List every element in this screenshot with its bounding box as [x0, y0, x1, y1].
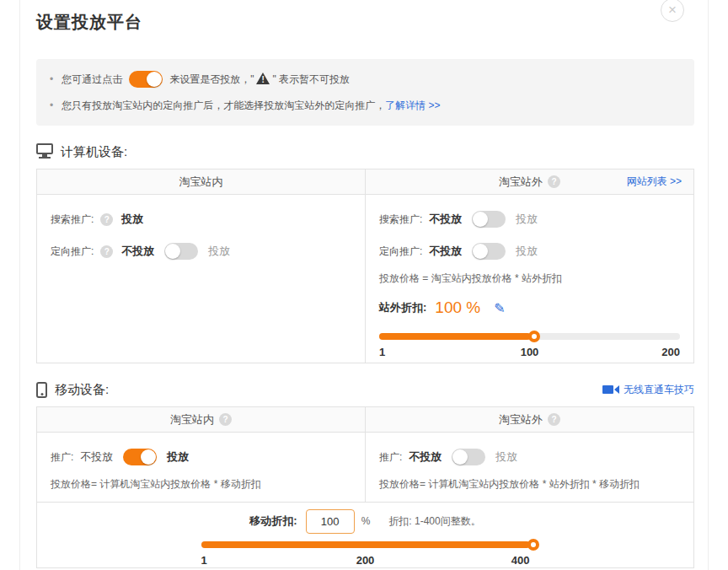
mobile-onsite-header-label: 淘宝站内: [170, 412, 214, 428]
mobile-table-body: 推广: 不投放 投放 投放价格= 计算机淘宝站内投放价格 * 移动折扣 推广: …: [37, 433, 693, 502]
targeted-off-label: 不投放: [121, 244, 154, 259]
slider-max-label: 200: [661, 346, 680, 358]
notice2-text: 您只有投放淘宝站内的定向推广后，才能选择投放淘宝站外的定向推广，: [62, 99, 385, 113]
question-icon[interactable]: ?: [548, 413, 560, 426]
search-promo-label: 搜索推广:: [51, 212, 94, 227]
offsite-slider-labels: 1 100 200: [379, 346, 680, 359]
promo-off-label: 不投放: [80, 449, 113, 465]
site-list-link[interactable]: 网站列表 >>: [627, 175, 682, 189]
mobile-section-title: 移动设备:: [55, 382, 109, 398]
promo-off-label: 不投放: [409, 449, 442, 465]
video-camera-icon: [602, 385, 619, 394]
computer-onsite-targeted-toggle[interactable]: [164, 243, 198, 260]
notice1-text-mid: 来设置是否投放，": [169, 73, 254, 87]
search-on-label: 投放: [516, 212, 538, 227]
slider-thumb[interactable]: [527, 539, 539, 551]
notice-bullet-2: 您只有投放淘宝站内的定向推广后，才能选择投放淘宝站外的定向推广， 了解详情 >>: [50, 94, 681, 116]
monitor-icon: [36, 143, 53, 154]
computer-section-heading: 计算机设备:: [36, 142, 694, 162]
slider-mid-label: 200: [356, 554, 375, 567]
mobile-onsite-promo-toggle[interactable]: [123, 449, 157, 465]
slider-max-label: 400: [511, 554, 530, 567]
mobile-offsite-promo-row: 推广: 不投放 投放: [379, 441, 680, 473]
targeted-promo-label: 定向推广:: [379, 245, 422, 259]
offsite-price-formula: 投放价格 = 淘宝站内投放价格 * 站外折扣: [379, 271, 680, 286]
notice-box: 您可通过点击 来设置是否投放，" " 表示暂不可投放 您只有投放淘宝站内的定向推…: [36, 59, 694, 126]
mobile-table: 淘宝站内 ? 淘宝站外 ? 推广: 不投放 投放 投放价格= 计算机淘宝站内投放…: [36, 406, 694, 568]
slider-fill: [201, 541, 530, 548]
computer-table-header: 淘宝站内 淘宝站外 ? 网站列表 >>: [37, 169, 693, 195]
computer-onsite-header: 淘宝站内: [37, 169, 365, 194]
mobile-discount-input[interactable]: [306, 509, 355, 534]
computer-table: 淘宝站内 淘宝站外 ? 网站列表 >> 搜索推广: ? 投放 定向推广: ? 不…: [36, 169, 694, 363]
mobile-discount-hint: 折扣: 1-400间整数。: [388, 514, 480, 529]
notice1-text-post: " 表示暂不可投放: [272, 73, 350, 87]
mobile-discount-slider[interactable]: [201, 541, 530, 548]
computer-offsite-search-toggle[interactable]: [472, 211, 506, 228]
offsite-discount-slider[interactable]: [379, 333, 680, 340]
question-icon[interactable]: ?: [100, 213, 113, 226]
edit-pencil-icon[interactable]: ✎: [494, 300, 505, 316]
mobile-onsite-price-formula: 投放价格= 计算机淘宝站内投放价格 * 移动折扣: [51, 476, 351, 492]
promo-on-label: 投放: [167, 449, 189, 465]
mobile-section-heading: 移动设备: 无线直通车技巧: [36, 379, 694, 400]
search-promo-label: 搜索推广:: [379, 212, 422, 227]
mobile-onsite-header: 淘宝站内 ?: [37, 407, 365, 432]
targeted-promo-label: 定向推广:: [51, 245, 94, 259]
computer-onsite-header-label: 淘宝站内: [179, 175, 223, 190]
smartphone-icon: [36, 382, 47, 398]
slider-mid-label: 100: [521, 346, 539, 358]
warning-triangle-icon: [256, 73, 270, 84]
offsite-discount-row: 站外折扣: 100 % ✎: [379, 296, 680, 320]
question-icon[interactable]: ?: [219, 413, 232, 426]
set-platform-dialog: 设置投放平台 × 您可通过点击 来设置是否投放，" " 表示暂不可投放 您只有投…: [19, 0, 709, 570]
mobile-discount-line: 移动折扣: % 折扣: 1-400间整数。: [51, 508, 680, 534]
notice1-text-pre: 您可通过点击: [62, 73, 122, 87]
offsite-discount-label: 站外折扣:: [379, 300, 426, 315]
question-icon[interactable]: ?: [548, 175, 560, 188]
question-icon[interactable]: ?: [100, 245, 113, 258]
computer-onsite-targeted-row: 定向推广: ? 不投放 投放: [51, 235, 351, 267]
targeted-on-label: 投放: [516, 244, 538, 259]
mobile-offsite-cell: 推广: 不投放 投放 投放价格= 计算机淘宝站内投放价格 * 站外折扣 * 移动…: [365, 433, 693, 502]
offsite-discount-value: 100 %: [435, 298, 480, 317]
computer-offsite-header-label: 淘宝站外: [499, 175, 543, 190]
computer-section-title: 计算机设备:: [61, 144, 127, 160]
promo-label: 推广:: [379, 450, 402, 465]
targeted-off-label: 不投放: [429, 244, 462, 259]
computer-onsite-cell: 搜索推广: ? 投放 定向推广: ? 不投放 投放: [37, 195, 365, 363]
page-title: 设置投放平台: [36, 11, 694, 34]
computer-onsite-search-row: 搜索推广: ? 投放: [51, 203, 351, 235]
computer-offsite-header: 淘宝站外 ? 网站列表 >>: [365, 169, 693, 194]
learn-more-link[interactable]: 了解详情 >>: [385, 99, 440, 113]
slider-min-label: 1: [201, 554, 207, 567]
toggle-example-icon: [129, 71, 163, 88]
notice-bullet-1: 您可通过点击 来设置是否投放，" " 表示暂不可投放: [50, 68, 681, 90]
mobile-offsite-promo-toggle[interactable]: [452, 449, 485, 465]
computer-offsite-targeted-toggle[interactable]: [472, 243, 506, 260]
mobile-discount-label: 移动折扣:: [249, 514, 297, 529]
mobile-slider-labels: 1 200 400: [201, 554, 530, 567]
computer-table-body: 搜索推广: ? 投放 定向推广: ? 不投放 投放 搜索推广: 不投放 投: [37, 195, 693, 363]
mobile-table-header: 淘宝站内 ? 淘宝站外 ?: [37, 407, 693, 433]
mobile-slider-wrap: 1 200 400: [201, 541, 530, 567]
promo-on-label: 投放: [495, 449, 517, 465]
mobile-offsite-header-label: 淘宝站外: [499, 412, 543, 428]
mobile-onsite-promo-row: 推广: 不投放 投放: [51, 441, 351, 473]
slider-thumb[interactable]: [528, 331, 540, 342]
computer-offsite-cell: 搜索推广: 不投放 投放 定向推广: 不投放 投放 投放价格 = 淘宝站内投放价…: [365, 195, 693, 363]
wireless-tips-link[interactable]: 无线直通车技巧: [624, 383, 694, 397]
promo-label: 推广:: [51, 450, 73, 465]
mobile-onsite-cell: 推广: 不投放 投放 投放价格= 计算机淘宝站内投放价格 * 移动折扣: [37, 433, 365, 502]
slider-min-label: 1: [379, 346, 385, 358]
slider-fill: [379, 333, 531, 340]
mobile-discount-section: 移动折扣: % 折扣: 1-400间整数。 1 200 400: [37, 502, 693, 567]
computer-offsite-targeted-row: 定向推广: 不投放 投放: [379, 235, 680, 267]
targeted-on-label: 投放: [208, 244, 230, 259]
computer-offsite-search-row: 搜索推广: 不投放 投放: [379, 203, 680, 235]
dialog-header: 设置投放平台 ×: [36, 0, 694, 34]
search-promo-state: 投放: [121, 212, 143, 227]
search-off-label: 不投放: [429, 212, 462, 227]
mobile-discount-unit: %: [361, 515, 371, 527]
mobile-offsite-price-formula: 投放价格= 计算机淘宝站内投放价格 * 站外折扣 * 移动折扣: [379, 476, 680, 492]
